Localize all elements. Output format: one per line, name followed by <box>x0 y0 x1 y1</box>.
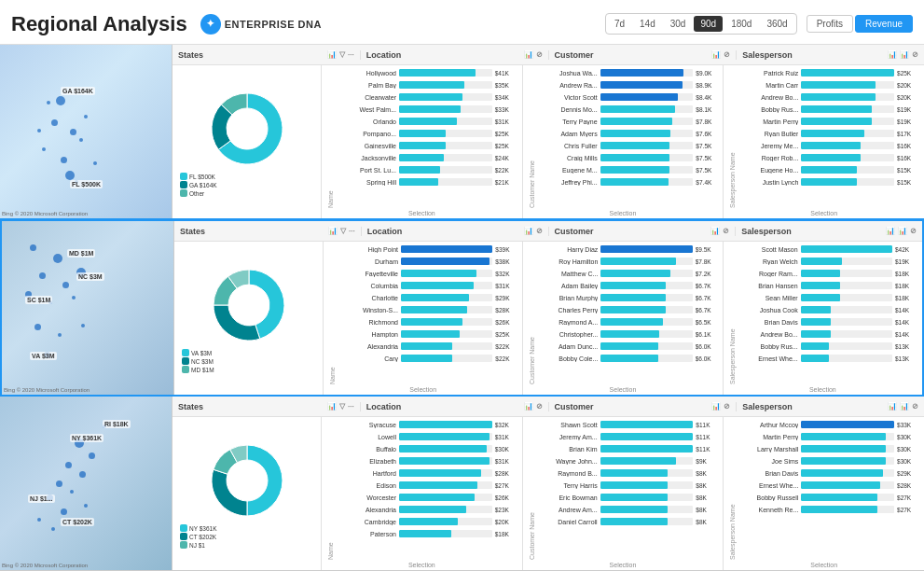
chart-icon4[interactable]: 📊 <box>886 227 895 235</box>
no-icon3[interactable]: ⊘ <box>912 402 918 411</box>
bar-label: Buffalo <box>336 446 396 453</box>
bar-value: $25K <box>495 131 518 137</box>
bar-label: Pompano... <box>336 131 396 137</box>
time-btn-30d[interactable]: 30d <box>664 16 693 32</box>
bar-fill <box>600 457 677 465</box>
no-icon3[interactable]: ⊘ <box>910 227 917 235</box>
logo-text: ENTERPRISE DNA <box>225 19 322 30</box>
chart-icon[interactable]: 📊 <box>327 402 337 411</box>
time-btn-7d[interactable]: 7d <box>608 16 631 32</box>
customer-selection[interactable]: Selection <box>527 386 718 393</box>
revenue-btn[interactable]: Revenue <box>855 15 913 33</box>
bar-row: Scott Mason $42K <box>738 244 918 255</box>
bar-fill <box>600 282 666 289</box>
bar-label: Andrew Bo... <box>738 94 798 101</box>
location-selection[interactable]: Selection <box>327 386 518 393</box>
more-icon[interactable]: ··· <box>349 227 355 235</box>
bar-track <box>401 342 492 350</box>
chart-icon4[interactable]: 📊 <box>888 402 897 411</box>
bar-value: $29K <box>495 295 518 301</box>
location-selection[interactable]: Selection <box>325 210 518 216</box>
bar-fill <box>801 81 876 89</box>
chart-icon5[interactable]: 📊 <box>900 402 909 411</box>
chart-icon2[interactable]: 📊 <box>524 402 533 411</box>
salesperson-selection[interactable]: Selection <box>727 210 920 216</box>
bar-label: Martin Perry <box>738 434 798 440</box>
profits-btn[interactable]: Profits <box>807 15 853 33</box>
bar-value: $24K <box>495 155 518 161</box>
no-icon[interactable]: ⊘ <box>536 227 543 235</box>
bar-row: Patrick Ruiz $25K <box>738 67 920 78</box>
bar-value: $18K <box>895 271 918 277</box>
no-icon2[interactable]: ⊘ <box>723 227 729 235</box>
no-icon3[interactable]: ⊘ <box>912 50 918 59</box>
chart-icon3[interactable]: 📊 <box>710 227 720 235</box>
cust-header-icons: 📊 ⊘ <box>711 402 730 411</box>
more-icon[interactable]: ··· <box>348 402 354 411</box>
chart-icon3[interactable]: 📊 <box>711 402 721 411</box>
no-icon[interactable]: ⊘ <box>536 50 543 59</box>
location-chart-panel: Name High Point $39K Durham $38K Fayette… <box>324 242 523 395</box>
bar-row: Sean Miller $18K <box>738 292 918 303</box>
bar-label: Raymond B... <box>537 470 598 477</box>
bar-row: Roger Ram... $18K <box>738 268 918 279</box>
bar-fill <box>401 318 462 326</box>
bar-fill <box>600 130 671 137</box>
region-row-1: GA $164KFL $500K Bing © 2020 Microsoft C… <box>0 45 924 219</box>
bar-track <box>801 245 892 253</box>
bar-value: $6.0K <box>696 343 719 350</box>
bar-track <box>399 506 492 513</box>
bar-track <box>801 421 894 428</box>
no-icon[interactable]: ⊘ <box>536 402 543 411</box>
bar-fill <box>801 270 840 277</box>
no-icon2[interactable]: ⊘ <box>724 50 730 59</box>
bar-row: Harry Diaz $9.5K <box>537 244 718 255</box>
bar-label: Roger Rob... <box>738 155 798 161</box>
bar-fill <box>801 506 877 513</box>
salesperson-selection[interactable]: Selection <box>727 562 920 568</box>
customer-y-axis: Customer Name <box>527 419 537 562</box>
bar-row: Victor Scott $8.4K <box>537 91 720 103</box>
bar-value: $6.7K <box>696 283 719 289</box>
chart-icon[interactable]: 📊 <box>327 50 337 59</box>
time-btn-14d[interactable]: 14d <box>633 16 662 32</box>
bar-value: $11K <box>696 434 719 440</box>
map-panel-2: MD $1MSC $1MNC $3MVA $3M Bing © 2020 Mic… <box>2 221 174 395</box>
bar-value: $18K <box>495 531 518 537</box>
bar-track <box>801 445 894 453</box>
more-icon[interactable]: ··· <box>348 50 354 59</box>
bar-fill <box>600 178 669 186</box>
chart-icon3[interactable]: 📊 <box>711 50 721 59</box>
chart-icon2[interactable]: 📊 <box>524 227 533 235</box>
filter-icon[interactable]: ▽ <box>339 402 345 411</box>
bar-value: $33K <box>897 422 920 428</box>
chart-icon4[interactable]: 📊 <box>888 50 897 59</box>
chart-icon5[interactable]: 📊 <box>900 50 909 59</box>
bar-fill <box>801 130 864 137</box>
chart-icon[interactable]: 📊 <box>328 227 338 235</box>
customer-selection[interactable]: Selection <box>527 562 720 568</box>
time-btn-90d[interactable]: 90d <box>694 16 723 32</box>
states-title: States <box>178 402 203 411</box>
bar-track <box>401 318 492 326</box>
filter-icon[interactable]: ▽ <box>339 50 345 59</box>
time-btn-180d[interactable]: 180d <box>724 16 758 32</box>
filter-icon[interactable]: ▽ <box>340 227 346 235</box>
location-bars: Hollywood $41K Palm Bay $35K Clearwater … <box>336 67 518 210</box>
customer-selection[interactable]: Selection <box>527 210 720 216</box>
bar-label: Sean Miller <box>738 295 798 301</box>
bar-value: $8.9K <box>696 82 719 89</box>
bar-label: Daniel Carroll <box>537 519 598 525</box>
bar-track <box>600 506 694 513</box>
bar-fill <box>401 306 467 313</box>
location-chart-with-axis: Name High Point $39K Durham $38K Fayette… <box>327 244 518 386</box>
chart-icon5[interactable]: 📊 <box>898 227 907 235</box>
time-btn-360d[interactable]: 360d <box>760 16 793 32</box>
salesperson-selection[interactable]: Selection <box>727 386 918 393</box>
bar-fill <box>801 118 872 125</box>
chart-icon2[interactable]: 📊 <box>524 50 533 59</box>
bar-label: Cary <box>338 355 398 362</box>
bar-value: $11K <box>696 422 719 428</box>
no-icon2[interactable]: ⊘ <box>724 402 730 411</box>
location-selection[interactable]: Selection <box>325 562 518 568</box>
